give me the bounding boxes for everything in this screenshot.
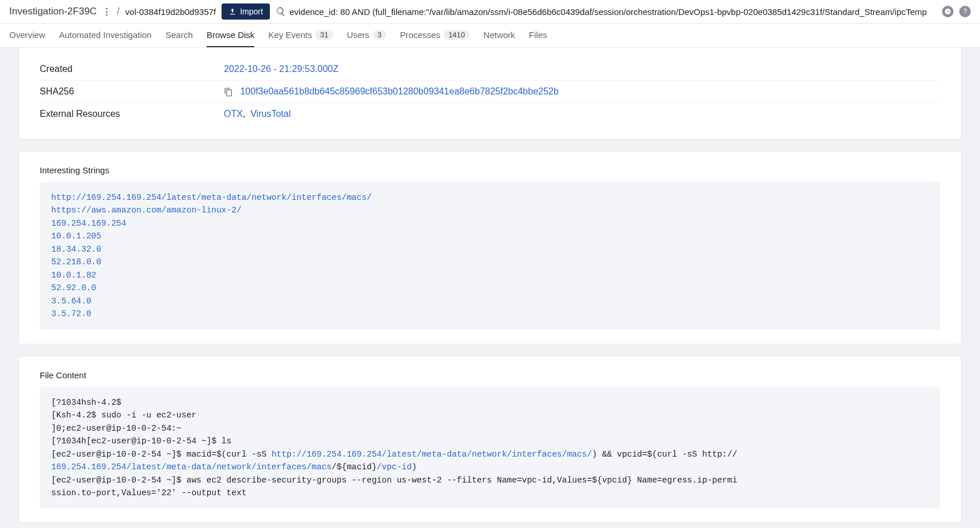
row-external-resources: External Resources OTX, VirusTotal xyxy=(40,103,940,125)
tab-users[interactable]: Users3 xyxy=(347,24,386,47)
string-item[interactable]: 3.5.64.0 xyxy=(51,297,91,306)
badge-users: 3 xyxy=(373,30,386,40)
fc-line: ]0;ec2-user@ip-10-0-2-54:~ xyxy=(51,422,929,435)
tab-network[interactable]: Network xyxy=(483,24,515,47)
main-tabs: Overview Automated Investigation Search … xyxy=(0,24,980,48)
fc-line: [?1034h[ec2-user@ip-10-0-2-54 ~]$ ls xyxy=(51,435,929,447)
value-sha256[interactable]: 100f3e0aa561b8db645c85969cf653b01280b093… xyxy=(240,86,558,96)
badge-key-events: 31 xyxy=(315,30,333,40)
tab-key-events[interactable]: Key Events31 xyxy=(268,24,333,47)
label-sha256: SHA256 xyxy=(40,86,224,97)
fc-url[interactable]: http://169.254.169.254/latest/meta-data/… xyxy=(272,450,592,459)
badge-processes: 1410 xyxy=(444,30,470,40)
search-bar[interactable] xyxy=(276,6,936,17)
top-header: Investigation-2F39C ⋮ / vol-0384f19d2b0d… xyxy=(0,0,980,24)
tab-automated-investigation[interactable]: Automated Investigation xyxy=(59,24,152,47)
file-content-box: [?1034hsh-4.2$ [Ksh-4.2$ sudo -i -u ec2-… xyxy=(40,387,940,509)
string-item[interactable]: 52.92.0.0 xyxy=(51,283,96,293)
ext-separator: , xyxy=(243,109,245,119)
file-details-card: Created 2022-10-26 - 21:29:53.000Z SHA25… xyxy=(18,48,962,139)
interesting-strings-card: Interesting Strings http://169.254.169.2… xyxy=(18,151,962,344)
value-created[interactable]: 2022-10-26 - 21:29:53.000Z xyxy=(224,64,338,74)
string-item[interactable]: 18.34.32.0 xyxy=(51,245,101,254)
string-item[interactable]: 3.5.72.0 xyxy=(51,309,91,318)
interesting-strings-title: Interesting Strings xyxy=(40,165,940,175)
string-item[interactable]: 10.0.1.205 xyxy=(51,231,101,241)
copy-icon[interactable] xyxy=(224,86,235,96)
string-item[interactable]: 10.0.1.82 xyxy=(51,271,96,280)
investigation-title: Investigation-2F39C xyxy=(9,6,97,17)
import-label: Import xyxy=(240,7,263,16)
fc-line: 169.254.169.254/latest/meta-data/network… xyxy=(51,461,929,473)
upload-icon xyxy=(228,7,237,16)
tab-overview[interactable]: Overview xyxy=(9,24,45,47)
tab-search[interactable]: Search xyxy=(165,24,193,47)
string-item[interactable]: http://169.254.169.254/latest/meta-data/… xyxy=(51,193,372,202)
help-icon[interactable]: ? xyxy=(959,6,971,17)
investigation-menu-icon[interactable]: ⋮ xyxy=(102,6,111,17)
interesting-strings-box: http://169.254.169.254/latest/meta-data/… xyxy=(40,182,940,330)
tab-browse-disk[interactable]: Browse Disk xyxy=(207,24,254,47)
string-item[interactable]: 169.254.169.254 xyxy=(51,219,127,228)
fc-line: [Ksh-4.2$ sudo -i -u ec2-user xyxy=(51,409,929,421)
row-created: Created 2022-10-26 - 21:29:53.000Z xyxy=(40,58,940,81)
string-item[interactable]: 52.218.0.0 xyxy=(51,257,101,267)
label-external-resources: External Resources xyxy=(40,109,224,119)
tab-processes[interactable]: Processes1410 xyxy=(400,24,470,47)
tab-files[interactable]: Files xyxy=(529,24,547,47)
row-sha256: SHA256 100f3e0aa561b8db645c85969cf653b01… xyxy=(40,81,940,103)
breadcrumb-separator: / xyxy=(117,6,119,17)
fc-line: [?1034hsh-4.2$ xyxy=(51,396,929,409)
fc-url[interactable]: /vpc-id xyxy=(377,462,412,472)
file-content-card: File Content [?1034hsh-4.2$ [Ksh-4.2$ su… xyxy=(18,356,962,523)
fc-line: [ec2-user@ip-10-0-2-54 ~]$ aws ec2 descr… xyxy=(51,474,929,487)
fc-line: ssion.to-port,Values='22' --output text xyxy=(51,487,929,499)
label-created: Created xyxy=(40,64,224,74)
fc-line: [ec2-user@ip-10-0-2-54 ~]$ macid=$(curl … xyxy=(51,448,929,461)
search-input[interactable] xyxy=(289,7,936,17)
string-item[interactable]: https://aws.amazon.com/amazon-linux-2/ xyxy=(51,206,242,215)
file-content-title: File Content xyxy=(40,370,940,380)
link-virustotal[interactable]: VirusTotal xyxy=(250,109,291,119)
link-otx[interactable]: OTX xyxy=(224,109,243,119)
fc-url[interactable]: 169.254.169.254/latest/meta-data/network… xyxy=(51,462,331,472)
volume-id[interactable]: vol-0384f19d2b0d9357f xyxy=(125,7,216,17)
import-button[interactable]: Import xyxy=(222,3,270,20)
search-icon xyxy=(276,6,286,17)
history-clock-icon[interactable] xyxy=(942,6,954,17)
